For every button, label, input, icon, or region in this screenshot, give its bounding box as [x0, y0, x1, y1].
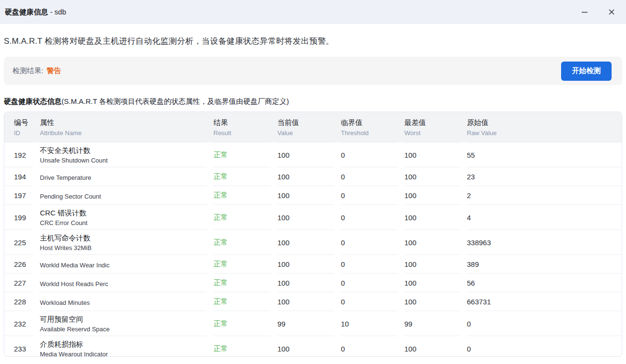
cell-id: 232 — [4, 311, 40, 336]
cell-id: 227 — [4, 274, 40, 292]
cell-threshold: 0 — [341, 336, 404, 357]
table-row-197: 197Pending Sector Count正常10001002 — [4, 186, 622, 205]
column-label-en: Raw Value — [467, 129, 619, 137]
column-header-id: 编号ID — [4, 112, 40, 142]
window-titlebar: 硬盘健康信息 - sdb — [0, 0, 626, 24]
cell-result: 正常 — [213, 186, 277, 205]
window-title-device: - sdb — [50, 8, 66, 16]
cell-attribute: Workld Host Reads Perc — [40, 274, 213, 292]
cell-worst: 100 — [404, 186, 467, 205]
table-header-row: 编号ID属性Attribute Name结果Result当前值Value临界值T… — [4, 112, 622, 142]
cell-attribute: 主机写命令计数Host Writes 32MiB — [40, 230, 213, 255]
attribute-name-en: Drive Temperature — [40, 174, 211, 181]
column-label-en: Attribute Name — [40, 129, 211, 137]
result-status-badge: 警告 — [47, 66, 61, 75]
disk-health-dialog: 硬盘健康信息 - sdb S.M.A.R.T 检测将对硬盘及主机进行自动化监测分… — [0, 0, 626, 364]
attribute-name-en: Pending Sector Count — [40, 193, 211, 200]
cell-worst: 100 — [404, 336, 467, 357]
result-text: 检测结果:警告 — [13, 66, 61, 75]
cell-value: 100 — [277, 230, 341, 255]
cell-raw-value: 0 — [467, 311, 622, 336]
cell-result: 正常 — [213, 142, 277, 167]
column-label-en: ID — [14, 129, 37, 137]
cell-worst: 100 — [404, 142, 467, 167]
cell-threshold: 10 — [341, 311, 404, 336]
table-row-233: 233介质耗损指标Media Wearout Indicator正常100010… — [4, 336, 622, 357]
cell-threshold: 0 — [341, 205, 404, 230]
cell-id: 194 — [4, 167, 40, 186]
column-header-threshold: 临界值Threshold — [341, 112, 404, 142]
cell-raw-value: 2 — [467, 186, 622, 205]
result-panel: 检测结果:警告 开始检测 — [4, 57, 622, 85]
minimize-icon — [581, 9, 588, 15]
cell-attribute: Drive Temperature — [40, 167, 213, 186]
table-row-227: 227Workld Host Reads Perc正常100010056 — [4, 274, 622, 292]
cell-threshold: 0 — [341, 255, 404, 274]
cell-worst: 100 — [404, 255, 467, 274]
cell-attribute: Workld Media Wear Indic — [40, 255, 213, 274]
cell-id: 233 — [4, 336, 40, 357]
cell-id: 192 — [4, 142, 40, 167]
cell-worst: 100 — [404, 292, 467, 311]
cell-result: 正常 — [213, 292, 277, 311]
cell-id: 197 — [4, 186, 40, 205]
column-label-en: Result — [213, 129, 275, 137]
cell-threshold: 0 — [341, 292, 404, 311]
column-label-zh: 原始值 — [467, 118, 619, 127]
cell-value: 99 — [277, 311, 341, 336]
column-label-zh: 当前值 — [277, 118, 338, 127]
table-row-225: 225主机写命令计数Host Writes 32MiB正常10001003389… — [4, 230, 622, 255]
result-label: 检测结果: — [13, 66, 43, 75]
column-label-zh: 临界值 — [341, 118, 401, 127]
cell-raw-value: 55 — [467, 142, 622, 167]
column-header-attribute-name: 属性Attribute Name — [40, 112, 213, 142]
column-label-zh: 编号 — [14, 118, 37, 127]
table-section-title-note: (S.M.A.R.T 各检测项目代表硬盘的状态属性，及临界值由硬盘厂商定义) — [62, 97, 289, 105]
attribute-name-en: Media Wearout Indicator — [40, 351, 211, 357]
cell-id: 199 — [4, 205, 40, 230]
cell-attribute: 可用预留空间Available Reservd Space — [40, 311, 213, 336]
window-title: 硬盘健康信息 - sdb — [5, 8, 66, 17]
cell-attribute: CRC 错误计数CRC Error Count — [40, 205, 213, 230]
cell-result: 正常 — [213, 230, 277, 255]
minimize-button[interactable] — [577, 4, 592, 20]
cell-threshold: 0 — [341, 167, 404, 186]
attribute-name-en: Workld Media Wear Indic — [40, 262, 211, 269]
cell-worst: 100 — [404, 274, 467, 292]
attribute-name-zh: 主机写命令计数 — [40, 234, 211, 243]
column-header-value: 当前值Value — [277, 112, 341, 142]
cell-raw-value: 56 — [467, 274, 622, 292]
cell-value: 100 — [277, 167, 341, 186]
table-row-199: 199CRC 错误计数CRC Error Count正常10001004 — [4, 205, 622, 230]
table-row-194: 194Drive Temperature正常100010023 — [4, 167, 622, 186]
cell-threshold: 0 — [341, 186, 404, 205]
cell-worst: 100 — [404, 167, 467, 186]
table-section-title: 硬盘健康状态信息(S.M.A.R.T 各检测项目代表硬盘的状态属性，及临界值由硬… — [4, 97, 622, 106]
column-label-en: Worst — [404, 129, 464, 137]
smart-attributes-table: 编号ID属性Attribute Name结果Result当前值Value临界值T… — [4, 112, 622, 357]
column-label-en: Threshold — [341, 129, 401, 137]
cell-worst: 100 — [404, 230, 467, 255]
cell-attribute: 不安全关机计数Unsafe Shutdown Count — [40, 142, 213, 167]
attribute-name-en: Unsafe Shutdown Count — [40, 157, 211, 164]
cell-threshold: 0 — [341, 230, 404, 255]
cell-value: 100 — [277, 205, 341, 230]
attribute-name-en: CRC Error Count — [40, 219, 211, 226]
cell-value: 100 — [277, 142, 341, 167]
attribute-name-en: Available Reservd Space — [40, 326, 211, 333]
cell-value: 100 — [277, 274, 341, 292]
cell-value: 100 — [277, 292, 341, 311]
cell-threshold: 0 — [341, 274, 404, 292]
attribute-name-en: Host Writes 32MiB — [40, 244, 211, 251]
attribute-name-zh: CRC 错误计数 — [40, 209, 211, 218]
cell-id: 228 — [4, 292, 40, 311]
close-button[interactable] — [604, 4, 619, 20]
column-label-zh: 属性 — [40, 118, 211, 127]
cell-attribute: 介质耗损指标Media Wearout Indicator — [40, 336, 213, 357]
cell-result: 正常 — [213, 205, 277, 230]
attribute-name-zh: 介质耗损指标 — [40, 340, 211, 349]
cell-value: 100 — [277, 336, 341, 357]
attribute-name-zh: 不安全关机计数 — [40, 146, 211, 155]
column-header-raw-value: 原始值Raw Value — [467, 112, 622, 142]
start-check-button[interactable]: 开始检测 — [561, 62, 612, 81]
